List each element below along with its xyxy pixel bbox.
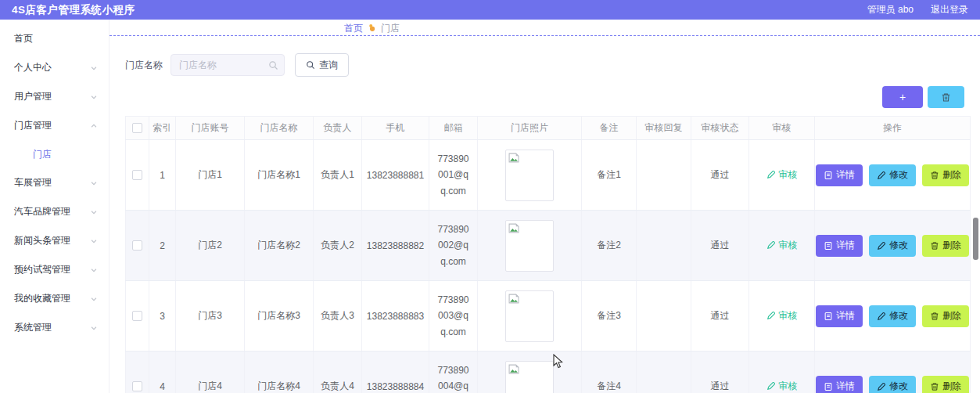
cell-audit: 审核 — [749, 211, 815, 281]
edit-button[interactable]: 修改 — [869, 305, 916, 327]
batch-delete-button[interactable] — [928, 86, 964, 108]
detail-button-label: 详情 — [836, 309, 855, 323]
cell-name: 门店名称4 — [245, 352, 314, 393]
sidebar-item-user-management[interactable]: 用户管理 — [0, 82, 109, 111]
cell-audit: 审核 — [749, 281, 815, 352]
chevron-down-icon — [90, 295, 98, 303]
delete-button[interactable]: 删除 — [922, 164, 969, 186]
audit-link-label: 审核 — [779, 309, 798, 323]
detail-button[interactable]: 详情 — [816, 235, 863, 257]
cell-status: 通过 — [691, 352, 749, 393]
sidebar-item-car-brand-management[interactable]: 汽车品牌管理 — [0, 197, 109, 226]
audit-link[interactable]: 审核 — [766, 168, 798, 182]
cell-audit: 审核 — [749, 352, 815, 393]
audit-link[interactable]: 审核 — [766, 380, 798, 393]
cell-actions: 详情修改删除 — [815, 211, 971, 281]
pen-icon — [766, 311, 776, 320]
cell-photo — [478, 281, 582, 352]
sidebar-item-favorites-management[interactable]: 我的收藏管理 — [0, 284, 109, 313]
search-label: 门店名称 — [125, 59, 163, 72]
select-all-checkbox[interactable] — [132, 123, 142, 133]
cell-status: 通过 — [691, 281, 749, 352]
cell-index: 3 — [149, 281, 176, 352]
row-actions: 详情修改删除 — [818, 164, 967, 186]
pen-icon — [877, 171, 886, 180]
cell-photo — [478, 140, 582, 211]
cell-phone: 13823888882 — [362, 211, 429, 281]
column-header: 索引 — [149, 117, 176, 140]
scrollbar-thumb[interactable] — [973, 218, 978, 260]
table-row: 1门店1门店名称1负责人113823888881773890001@qq.com… — [126, 140, 971, 211]
sidebar-item-system-management[interactable]: 系统管理 — [0, 313, 109, 342]
content-panel: 门店名称 查询 + — [109, 53, 980, 393]
detail-button[interactable]: 详情 — [816, 164, 863, 186]
cell-owner: 负责人2 — [314, 211, 362, 281]
delete-button-label: 删除 — [942, 239, 961, 252]
audit-link-label: 审核 — [779, 239, 798, 252]
sidebar-item-home[interactable]: 首页 — [0, 24, 109, 53]
chevron-down-icon — [90, 93, 98, 101]
row-checkbox[interactable] — [132, 170, 142, 180]
cell-photo — [478, 352, 582, 393]
row-checkbox[interactable] — [132, 381, 142, 391]
cell-account: 门店1 — [176, 140, 245, 211]
column-header: 门店照片 — [478, 117, 582, 140]
logout-link[interactable]: 退出登录 — [931, 3, 968, 16]
delete-button-label: 删除 — [942, 309, 961, 323]
sidebar-item-news-management[interactable]: 新闻头条管理 — [0, 226, 109, 255]
document-icon — [824, 171, 833, 180]
sidebar-item-personal-center[interactable]: 个人中心 — [0, 53, 109, 82]
cell-phone: 13823888881 — [362, 140, 429, 211]
audit-link[interactable]: 审核 — [766, 239, 798, 252]
audit-link[interactable]: 审核 — [766, 309, 798, 323]
edit-button[interactable]: 修改 — [869, 164, 916, 186]
chevron-down-icon — [90, 179, 98, 187]
cell-actions: 详情修改删除 — [815, 281, 971, 352]
add-button[interactable]: + — [882, 86, 923, 108]
cell-account: 门店2 — [176, 211, 245, 281]
delete-button[interactable]: 删除 — [922, 235, 969, 257]
sidebar-subitem-store[interactable]: 门店 — [0, 140, 109, 168]
detail-button[interactable]: 详情 — [816, 376, 863, 393]
column-header: 操作 — [815, 117, 971, 140]
main-content: 首页 门店 门店名称 查 — [109, 20, 980, 393]
row-actions: 详情修改删除 — [818, 305, 967, 327]
delete-button[interactable]: 删除 — [922, 376, 969, 393]
document-icon — [824, 382, 833, 391]
edit-button[interactable]: 修改 — [869, 235, 916, 257]
cell-email: 773890004@qq.com — [429, 352, 478, 393]
sidebar-item-store-management[interactable]: 门店管理 — [0, 111, 109, 140]
row-checkbox[interactable] — [132, 240, 142, 251]
cell-remark: 备注3 — [582, 281, 637, 352]
detail-button[interactable]: 详情 — [816, 305, 863, 327]
sidebar-item-test-drive-management[interactable]: 预约试驾管理 — [0, 255, 109, 284]
cell-email: 773890002@qq.com — [429, 211, 478, 281]
audit-link-label: 审核 — [779, 168, 798, 182]
edit-button[interactable]: 修改 — [869, 376, 916, 393]
cell-name: 门店名称3 — [245, 281, 314, 352]
cell-index: 4 — [149, 352, 176, 393]
sidebar: 首页个人中心用户管理门店管理门店车展管理汽车品牌管理新闻头条管理预约试驾管理我的… — [0, 20, 109, 393]
sidebar-item-label: 我的收藏管理 — [14, 292, 70, 305]
chevron-down-icon — [90, 266, 98, 274]
cell-phone: 13823888884 — [362, 352, 429, 393]
column-header: 门店名称 — [245, 117, 314, 140]
chevron-down-icon — [90, 208, 98, 216]
breadcrumb-home[interactable]: 首页 — [344, 22, 363, 35]
query-button[interactable]: 查询 — [295, 53, 349, 77]
delete-button[interactable]: 删除 — [922, 305, 969, 327]
admin-user-label[interactable]: 管理员 abo — [867, 3, 914, 16]
breadcrumb: 首页 门店 — [344, 22, 400, 35]
detail-button-label: 详情 — [836, 380, 855, 393]
sidebar-item-label: 首页 — [14, 32, 33, 45]
chevron-up-icon — [90, 122, 98, 130]
toolbar: + — [125, 86, 964, 108]
chevron-down-icon — [90, 237, 98, 245]
column-header: 负责人 — [314, 117, 362, 140]
document-icon — [824, 312, 833, 321]
sidebar-item-car-show-management[interactable]: 车展管理 — [0, 168, 109, 197]
cell-photo — [478, 211, 582, 281]
search-row: 门店名称 查询 — [125, 53, 964, 77]
column-header: 门店账号 — [176, 117, 245, 140]
row-checkbox[interactable] — [132, 311, 142, 321]
